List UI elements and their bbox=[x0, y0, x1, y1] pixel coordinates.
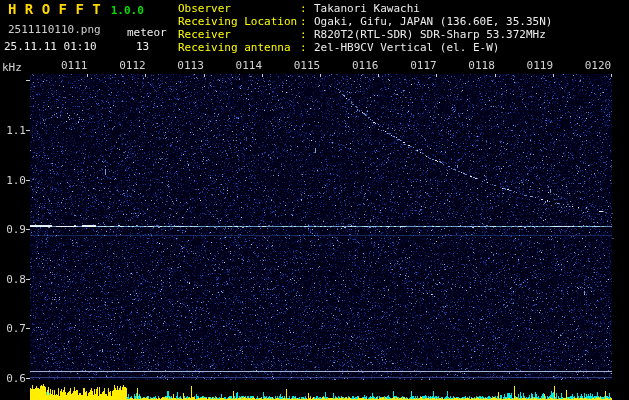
header-info-row: Receiver:R820T2(RTL-SDR) SDR-Sharp 53.37… bbox=[178, 28, 552, 41]
freq-tick-label: 0.9 bbox=[0, 223, 26, 236]
time-axis-labels: 0111011201130114011501160117011801190120 bbox=[0, 59, 629, 72]
observer-metadata: Observer:Takanori KawachiReceiving Locat… bbox=[178, 2, 552, 54]
time-tick-label: 0119 bbox=[524, 59, 556, 72]
app-version: 1.0.0 bbox=[111, 4, 144, 17]
info-label: Observer bbox=[178, 2, 300, 15]
time-tick-label: 0113 bbox=[175, 59, 207, 72]
info-value: Ogaki, Gifu, JAPAN (136.60E, 35.35N) bbox=[314, 15, 552, 28]
time-tick-label: 0116 bbox=[349, 59, 381, 72]
info-separator: : bbox=[300, 28, 314, 41]
freq-tick-label: 0.7 bbox=[0, 322, 26, 335]
time-tick-label: 0117 bbox=[407, 59, 439, 72]
header-info-row: Observer:Takanori Kawachi bbox=[178, 2, 552, 15]
info-label: Receiving Location bbox=[178, 15, 300, 28]
info-separator: : bbox=[300, 41, 314, 54]
info-value: 2el-HB9CV Vertical (el. E-W) bbox=[314, 41, 499, 54]
time-tick-label: 0120 bbox=[582, 59, 614, 72]
time-tick-label: 0114 bbox=[233, 59, 265, 72]
echo-count: 13 bbox=[136, 40, 149, 53]
info-label: Receiving antenna bbox=[178, 41, 300, 54]
header-info-row: Receiving antenna:2el-HB9CV Vertical (el… bbox=[178, 41, 552, 54]
time-tick-label: 0118 bbox=[466, 59, 498, 72]
info-separator: : bbox=[300, 15, 314, 28]
freq-tick-label: 1.1 bbox=[0, 124, 26, 137]
time-tick-label: 0115 bbox=[291, 59, 323, 72]
hrofft-window: H R O F F T1.0.0 2511110110.png meteor 2… bbox=[0, 0, 629, 400]
mode-label: meteor bbox=[127, 26, 167, 39]
frequency-axis-labels: 1.11.00.90.80.70.6 bbox=[0, 0, 28, 400]
freq-tick-label: 1.0 bbox=[0, 174, 26, 187]
time-tick-label: 0111 bbox=[58, 59, 90, 72]
freq-tick-label: 0.8 bbox=[0, 273, 26, 286]
freq-tick-label: 0.6 bbox=[0, 372, 26, 385]
header-info-row: Receiving Location:Ogaki, Gifu, JAPAN (1… bbox=[178, 15, 552, 28]
info-separator: : bbox=[300, 2, 314, 15]
info-value: Takanori Kawachi bbox=[314, 2, 420, 15]
time-tick-label: 0112 bbox=[116, 59, 148, 72]
info-label: Receiver bbox=[178, 28, 300, 41]
info-value: R820T2(RTL-SDR) SDR-Sharp 53.372MHz bbox=[314, 28, 546, 41]
app-logo: H R O F F T1.0.0 bbox=[8, 1, 144, 17]
